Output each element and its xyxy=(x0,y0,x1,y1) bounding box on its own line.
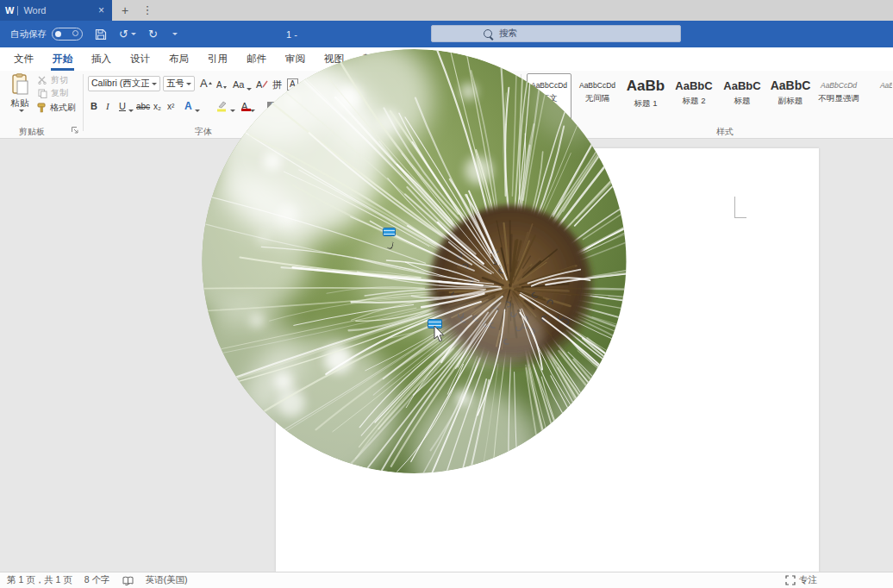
highlight-icon xyxy=(215,100,228,112)
focus-mode-button[interactable]: 专注 xyxy=(785,574,817,586)
toggle-knob-icon xyxy=(55,31,61,37)
decrease-caret-icon xyxy=(223,86,227,89)
cut-button[interactable]: 剪切 xyxy=(38,74,68,86)
style-name: 无间隔 xyxy=(585,93,610,104)
toggle-off-icon xyxy=(72,30,78,36)
underline-button[interactable]: U xyxy=(117,97,135,112)
style-sample: AaBbCcDd xyxy=(821,81,857,90)
phonetic-guide-label: 拼 xyxy=(272,79,282,91)
group-separator xyxy=(83,74,84,131)
format-painter-button[interactable]: 格式刷 xyxy=(36,102,76,114)
style-sample: AaBbC xyxy=(771,78,811,92)
font-color-button[interactable]: A xyxy=(240,97,257,112)
autosave-label: 自动保存 xyxy=(10,28,47,41)
font-name-select[interactable]: Calibri (西文正文 xyxy=(88,76,160,91)
tab-title: Word xyxy=(23,5,96,16)
ribbon-tab-design[interactable]: 设计 xyxy=(121,47,159,71)
format-painter-label: 格式刷 xyxy=(50,102,76,114)
change-case-label: Aa xyxy=(233,79,244,91)
font-name-value: Calibri (西文正文 xyxy=(91,78,149,90)
redo-button[interactable]: ↻ xyxy=(148,28,158,41)
style-heading-1[interactable]: AaBb 标题 1 xyxy=(623,73,668,120)
dandelion-image[interactable] xyxy=(200,49,628,473)
decrease-font-button[interactable]: A xyxy=(215,75,228,91)
style-name: 副标题 xyxy=(778,96,803,107)
quick-access-chevron-icon xyxy=(172,33,178,35)
font-size-select[interactable]: 五号 xyxy=(163,76,195,91)
focus-label: 专注 xyxy=(799,574,817,586)
bold-label: B xyxy=(91,101,97,112)
style-subtitle[interactable]: AaBbC 副标题 xyxy=(768,73,813,120)
new-tab-icon[interactable]: + xyxy=(117,2,133,19)
ribbon-tab-insert[interactable]: 插入 xyxy=(82,47,121,71)
ribbon-tab-home[interactable]: 开始 xyxy=(43,47,82,71)
style-sample: AaBb xyxy=(627,78,665,95)
autosave-toggle[interactable] xyxy=(52,28,83,41)
status-bar: 第 1 页，共 1 页 8 个字 英语(美国) 专注 xyxy=(0,572,893,588)
dandelion-photo xyxy=(200,49,628,473)
paste-button[interactable]: 粘贴 xyxy=(5,73,34,112)
style-sample: AaBbCcDd xyxy=(579,81,615,90)
style-heading-2[interactable]: AaBbC 标题 2 xyxy=(671,73,716,120)
copy-label: 复制 xyxy=(51,87,68,99)
highlight-chevron-icon xyxy=(230,109,235,112)
style-no-spacing[interactable]: AaBbCcDd 无间隔 xyxy=(575,73,620,120)
word-count[interactable]: 8 个字 xyxy=(84,574,110,586)
increase-caret-icon xyxy=(209,82,212,84)
text-effects-label: A xyxy=(184,100,192,112)
tab-bar: W Word × + ⋮ xyxy=(0,0,893,21)
ribbon-tab-file[interactable]: 文件 xyxy=(4,47,43,71)
change-case-button[interactable]: Aa xyxy=(231,75,253,91)
highlight-button[interactable] xyxy=(214,97,237,112)
clear-formatting-button[interactable]: A xyxy=(254,75,270,91)
save-button[interactable] xyxy=(95,28,107,41)
cut-label: 剪切 xyxy=(51,74,68,86)
increase-font-button[interactable]: A xyxy=(198,75,214,91)
language-indicator[interactable]: 英语(美国) xyxy=(146,574,188,586)
undo-button[interactable]: ↺ xyxy=(119,28,136,41)
bold-button[interactable]: B xyxy=(89,97,99,112)
save-icon xyxy=(95,28,107,41)
underline-label: U xyxy=(119,101,126,112)
tab-menu-icon[interactable]: ⋮ xyxy=(141,2,153,19)
ribbon-tab-layout[interactable]: 布局 xyxy=(159,47,198,71)
search-icon xyxy=(484,29,492,38)
redo-icon: ↻ xyxy=(148,28,158,41)
styles-group-label: 样式 xyxy=(716,126,734,138)
italic-button[interactable]: I xyxy=(104,97,111,112)
search-placeholder: 搜索 xyxy=(499,28,517,40)
proofing-button[interactable] xyxy=(122,576,134,585)
superscript-button[interactable]: x² xyxy=(165,97,176,112)
undo-icon: ↺ xyxy=(119,28,128,41)
clipboard-dialog-launcher-icon[interactable] xyxy=(71,126,79,134)
style-sample: AaBbC xyxy=(675,79,712,92)
ribbon-tab-references[interactable]: 引用 xyxy=(198,47,237,71)
style-name: 标题 xyxy=(734,96,751,107)
tab-close-icon[interactable]: × xyxy=(96,3,107,17)
phonetic-guide-button[interactable]: 拼 xyxy=(271,75,284,91)
underline-chevron-icon xyxy=(128,109,134,112)
ribbon-tab-review[interactable]: 审阅 xyxy=(276,47,315,71)
text-effects-chevron-icon xyxy=(195,109,200,112)
subscript-button[interactable]: x₂ xyxy=(152,97,163,112)
text-effects-button[interactable]: A xyxy=(183,97,202,112)
style-subtle-emphasis[interactable]: AaBbCcDd 不明显强调 xyxy=(816,73,861,120)
page-indicator[interactable]: 第 1 页，共 1 页 xyxy=(7,574,72,586)
document-title: 1 - xyxy=(286,21,297,47)
quick-access-menu[interactable] xyxy=(170,33,178,35)
strikethrough-button[interactable]: abc xyxy=(134,97,152,112)
paste-chevron-icon xyxy=(19,109,24,112)
search-input[interactable]: 搜索 xyxy=(431,25,681,42)
image-marker-badge[interactable] xyxy=(383,228,396,236)
clipboard-group-label: 剪贴板 xyxy=(19,126,45,138)
cut-icon xyxy=(38,76,47,84)
ribbon-tab-mailings[interactable]: 邮件 xyxy=(237,47,276,71)
font-color-bar-icon xyxy=(241,109,251,111)
style-emphasis-partial[interactable]: AaB xyxy=(865,73,892,120)
style-name: 不明显强调 xyxy=(818,93,859,104)
style-title[interactable]: AaBbC 标题 xyxy=(720,73,765,120)
undo-chevron-icon xyxy=(131,33,136,35)
word-tab[interactable]: W Word × xyxy=(0,0,112,21)
margin-corner-mark xyxy=(734,197,746,218)
copy-button[interactable]: 复制 xyxy=(38,87,68,99)
